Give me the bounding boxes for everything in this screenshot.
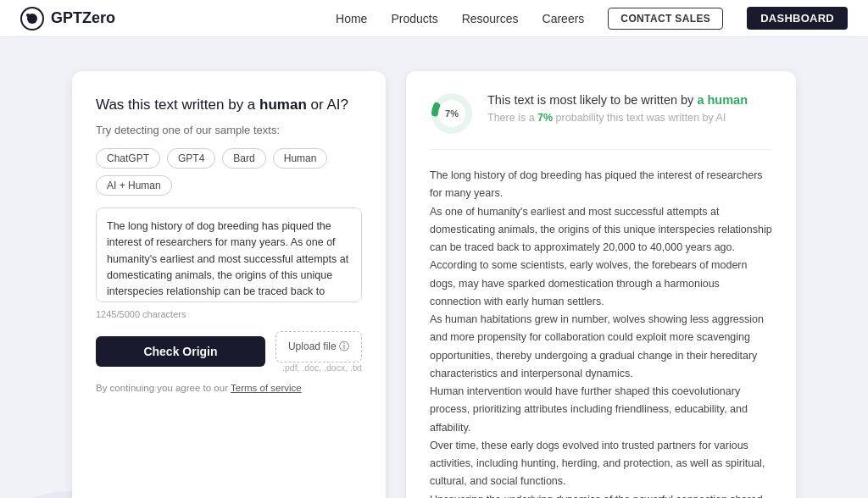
result-sub-prefix: There is a [487,112,537,124]
nav-careers[interactable]: Careers [542,12,585,25]
upload-file-button[interactable]: Upload file ⓘ [275,331,362,362]
sample-tags: ChatGPT GPT4 Bard Human AI + Human [96,148,362,196]
result-body-paragraph: As human habitations grew in number, wol… [430,311,772,383]
card-title-suffix: or AI? [307,97,348,113]
terms-prefix: By continuing you agree to our [96,383,231,393]
check-origin-button[interactable]: Check Origin [96,336,265,367]
result-text-header: This text is most likely to be written b… [487,91,772,124]
main-content: Was this text written by a human or AI? … [0,37,868,498]
donut-chart: 7% [430,91,474,136]
terms-text: By continuing you agree to our Terms of … [96,383,362,393]
card-title-prefix: Was this text written by a [96,97,259,113]
result-body: The long history of dog breeding has piq… [430,167,772,498]
result-main-text: This text is most likely to be written b… [487,91,772,108]
char-count: 1245/5000 characters [96,309,362,319]
result-sub-suffix: probability this text was written by AI [553,112,726,124]
dashboard-button[interactable]: DASHBOARD [747,7,848,30]
result-body-paragraph: Uncovering the underlying dynamics of th… [430,491,772,499]
card-title: Was this text written by a human or AI? [96,95,362,115]
logo[interactable]: GPTZero [20,7,336,30]
tag-human[interactable]: Human [273,148,328,169]
donut-label: 7% [445,108,459,119]
nav-home[interactable]: Home [336,12,367,25]
result-body-paragraph: Over time, these early dogs evolved into… [430,437,772,491]
result-header: 7% This text is most likely to be writte… [430,91,772,150]
input-card: Was this text written by a human or AI? … [72,71,386,498]
upload-section: Upload file ⓘ .pdf, .doc, .docx, .txt [275,331,362,373]
nav-resources[interactable]: Resources [462,12,519,25]
navbar: GPTZero Home Products Resources Careers … [0,0,868,37]
card-title-bold: human [259,97,307,113]
contact-sales-button[interactable]: CONTACT SALES [608,8,723,30]
result-body-paragraph: The long history of dog breeding has piq… [430,167,772,203]
logo-text: GPTZero [51,9,115,27]
result-main-highlight: a human [697,93,748,107]
nav-products[interactable]: Products [391,12,437,25]
tag-ai-human[interactable]: AI + Human [96,175,172,196]
result-card: 7% This text is most likely to be writte… [406,71,796,498]
card-actions: Check Origin Upload file ⓘ .pdf, .doc, .… [96,331,362,373]
result-body-paragraph: Human intervention would have further sh… [430,383,772,437]
tag-chatgpt[interactable]: ChatGPT [96,148,160,169]
result-pct: 7% [537,112,553,124]
upload-label: Upload file ⓘ [288,340,349,354]
text-input[interactable] [96,208,362,302]
upload-hint: .pdf, .doc, .docx, .txt [275,362,362,373]
result-sub-text: There is a 7% probability this text was … [487,112,772,124]
svg-point-2 [26,14,30,17]
tag-bard[interactable]: Bard [222,148,265,169]
terms-link[interactable]: Terms of service [231,383,302,393]
result-body-paragraph: According to some scientists, early wolv… [430,257,772,311]
nav-links: Home Products Resources Careers CONTACT … [336,7,848,30]
result-main-prefix: This text is most likely to be written b… [487,93,697,107]
result-body-paragraph: As one of humanity's earliest and most s… [430,203,772,257]
tag-gpt4[interactable]: GPT4 [167,148,215,169]
logo-icon [20,7,44,30]
card-subtitle: Try detecting one of our sample texts: [96,124,362,136]
